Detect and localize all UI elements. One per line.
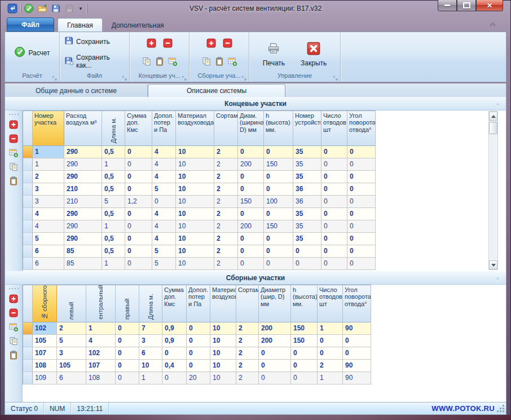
add-row-button[interactable] [146,37,157,48]
cell[interactable]: 6 [57,372,86,384]
end-sections-header[interactable]: Концевые участки ▲ [5,97,506,110]
cell[interactable]: 4 [86,335,116,347]
close-button[interactable] [476,0,503,11]
cell[interactable]: 0 [116,372,139,384]
cell[interactable]: 109 [33,372,57,384]
cell[interactable]: 4 [152,208,176,220]
paste-icon[interactable] [8,350,19,361]
minimize-button[interactable] [438,0,457,11]
cell[interactable]: 3 [33,196,64,208]
cell[interactable]: 2 [214,171,238,183]
cell[interactable]: 0 [125,245,152,258]
cell[interactable]: 290 [64,171,102,183]
cell[interactable]: 2 [214,245,238,258]
dialog-launcher-icon[interactable] [122,74,127,80]
cell[interactable]: 290 [64,146,102,158]
cell[interactable]: 4 [33,208,64,220]
tab-system-description[interactable]: Описание системы [148,84,285,97]
cell[interactable]: 0 [293,258,321,270]
cell[interactable]: 4 [152,171,176,183]
cell[interactable]: 3 [139,335,162,347]
close-document-button[interactable]: Закрыть [297,40,330,68]
cell[interactable]: 0,5 [102,233,125,245]
cell[interactable]: 200 [259,322,291,335]
save-as-button[interactable]: Сохранить как... [64,54,125,69]
cell[interactable]: 200 [238,220,264,233]
cell[interactable]: 0 [238,233,264,245]
save-button[interactable]: Сохранить [64,36,110,47]
cell[interactable]: 0 [162,372,187,384]
cell[interactable]: 0 [264,183,293,196]
cell[interactable]: 0 [347,245,376,258]
cell[interactable]: 0 [347,233,376,245]
cell[interactable]: 0 [321,146,347,158]
cell[interactable]: 2 [214,196,238,208]
open-folder-icon[interactable] [37,3,48,14]
cell[interactable]: 0 [347,158,376,171]
calc-button[interactable]: Расчет [10,44,54,61]
cell[interactable]: 10 [210,347,236,360]
cell[interactable]: 0 [187,322,210,335]
cell[interactable]: 0,5 [102,245,125,258]
cell[interactable]: 5 [33,233,64,245]
cell[interactable]: 0 [321,158,347,171]
scrollbar-thumb[interactable] [489,122,497,134]
cell[interactable]: 0,5 [102,208,125,220]
cell[interactable]: 150 [264,220,293,233]
cell[interactable]: 5 [152,183,176,196]
qat-dropdown-icon[interactable]: ▼ [77,6,84,11]
cell[interactable]: 200 [259,335,291,347]
cell[interactable]: 0,4 [162,360,187,372]
copy-icon[interactable] [8,335,19,347]
cell[interactable]: 85 [64,258,102,270]
cell[interactable]: 105 [33,335,57,347]
cell[interactable]: 10 [176,258,214,270]
tab-home[interactable]: Главная [58,18,103,32]
cell[interactable]: 10 [210,322,236,335]
paste-icon[interactable] [215,57,224,68]
cell[interactable]: 0 [116,335,139,347]
cell[interactable]: 107 [86,360,116,372]
cell[interactable]: 2 [236,372,259,384]
resize-grip[interactable] [498,403,506,414]
cell[interactable]: 10 [210,360,236,372]
cell[interactable]: 2 [214,158,238,171]
add-table-icon[interactable] [8,321,19,333]
cell[interactable]: 290 [64,158,102,171]
ribbon-collapse-icon[interactable] [489,19,496,29]
scroll-down-button[interactable] [489,260,497,269]
row-indicator[interactable] [23,208,33,220]
cell[interactable]: 0 [125,233,152,245]
cell[interactable]: 7 [139,322,162,335]
cell[interactable]: 102 [86,347,116,360]
cell[interactable]: 108 [33,360,57,372]
website-link[interactable]: WWW.POTOK.RU [431,404,498,413]
cell[interactable]: 0 [264,245,293,258]
cell[interactable]: 36 [293,183,321,196]
add-table-icon[interactable] [168,57,177,68]
collapse-chevron-icon[interactable]: ▲ [495,275,500,281]
row-indicator[interactable] [23,183,33,196]
toolbar-grip[interactable] [9,288,10,289]
cell[interactable]: 1 [318,322,343,335]
cell[interactable]: 6 [139,347,162,360]
row-indicator[interactable] [23,196,33,208]
cell[interactable]: 2 [236,360,259,372]
cell[interactable]: 0 [116,360,139,372]
cell[interactable]: 0 [259,347,291,360]
cell[interactable]: 1 [318,372,343,384]
cell[interactable]: 5 [102,196,125,208]
row-indicator[interactable] [23,258,33,270]
remove-row-button[interactable] [222,37,233,48]
cell[interactable]: 0 [293,245,321,258]
row-indicator[interactable] [23,360,33,372]
cell[interactable]: 2 [214,258,238,270]
row-indicator[interactable] [23,233,33,245]
row-indicator[interactable] [23,158,33,171]
cell[interactable]: 2 [214,183,238,196]
cell[interactable]: 0 [343,335,371,347]
cell[interactable]: 0 [187,335,210,347]
remove-row-button[interactable] [162,37,173,48]
cell[interactable]: 85 [64,245,102,258]
print-button[interactable]: Печать [259,40,288,68]
